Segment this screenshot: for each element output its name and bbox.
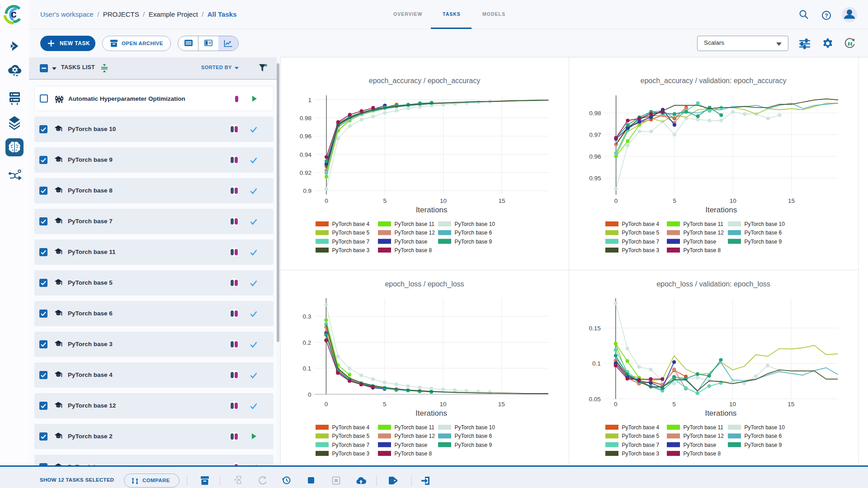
svg-text:epoch_accuracy / validation: e: epoch_accuracy / validation: epoch_accur… [641,77,787,85]
svg-text:PyTorch base 5: PyTorch base 5 [622,433,660,439]
svg-text:PyTorch base 11: PyTorch base 11 [684,221,724,227]
svg-text:15: 15 [498,401,505,408]
svg-text:0.2: 0.2 [303,339,311,346]
svg-text:PyTorch base 8: PyTorch base 8 [395,450,432,457]
svg-text:PyTorch base 7: PyTorch base 7 [622,239,660,245]
svg-text:15: 15 [788,401,794,408]
svg-text:10: 10 [439,401,446,408]
svg-text:5: 5 [672,401,676,408]
svg-text:Iterations: Iterations [705,409,736,418]
svg-text:0.92: 0.92 [300,169,311,176]
svg-text:PyTorch base 9: PyTorch base 9 [455,239,492,245]
svg-text:PyTorch base 4: PyTorch base 4 [332,221,370,227]
svg-text:PyTorch base 6: PyTorch base 6 [745,433,782,439]
svg-text:10: 10 [729,401,736,408]
svg-text:PyTorch base 7: PyTorch base 7 [332,442,370,448]
svg-text:0.1: 0.1 [303,365,311,372]
svg-text:PyTorch base 3: PyTorch base 3 [622,450,660,457]
svg-text:15: 15 [498,197,505,204]
svg-text:PyTorch base 5: PyTorch base 5 [622,230,660,236]
svg-text:0.95: 0.95 [589,175,601,182]
svg-text:PyTorch base 5: PyTorch base 5 [332,230,370,236]
svg-text:10: 10 [730,197,736,204]
svg-text:0.94: 0.94 [300,151,312,158]
svg-text:PyTorch base 3: PyTorch base 3 [622,247,660,253]
svg-text:PyTorch base 4: PyTorch base 4 [622,221,660,227]
svg-text:0.96: 0.96 [300,133,311,140]
svg-text:PyTorch base: PyTorch base [684,442,717,448]
svg-text:0.97: 0.97 [589,131,601,138]
svg-text:Iterations: Iterations [416,206,448,214]
svg-text:epoch_accuracy / epoch_accurac: epoch_accuracy / epoch_accuracy [369,77,480,85]
svg-text:0.98: 0.98 [300,115,311,122]
svg-text:PyTorch base 8: PyTorch base 8 [395,247,432,253]
svg-text:0.96: 0.96 [589,153,601,160]
svg-text:PyTorch base 12: PyTorch base 12 [395,433,435,439]
svg-text:0: 0 [614,197,618,204]
svg-text:0: 0 [614,401,618,408]
svg-text:PyTorch base 12: PyTorch base 12 [395,230,435,236]
svg-text:PyTorch base 12: PyTorch base 12 [684,230,724,236]
svg-text:0: 0 [325,401,328,408]
svg-text:0.05: 0.05 [589,396,601,403]
svg-text:PyTorch base 9: PyTorch base 9 [455,442,492,448]
svg-text:5: 5 [673,197,676,204]
svg-text:0.98: 0.98 [589,110,601,117]
svg-text:PyTorch base 6: PyTorch base 6 [745,230,782,236]
svg-text:epoch_loss / validation: epoch: epoch_loss / validation: epoch_loss [656,280,770,288]
svg-text:PyTorch base 4: PyTorch base 4 [622,424,660,431]
svg-text:PyTorch base: PyTorch base [395,239,428,245]
svg-text:0.1: 0.1 [592,360,601,367]
svg-text:PyTorch base 6: PyTorch base 6 [455,230,492,236]
svg-text:PyTorch base 11: PyTorch base 11 [684,424,724,431]
svg-text:PyTorch base 10: PyTorch base 10 [455,221,495,227]
svg-text:PyTorch base 3: PyTorch base 3 [332,247,370,253]
svg-text:PyTorch base: PyTorch base [684,239,717,245]
svg-text:PyTorch base 4: PyTorch base 4 [332,424,370,431]
svg-text:PyTorch base 7: PyTorch base 7 [332,239,370,245]
svg-text:PyTorch base 7: PyTorch base 7 [622,442,660,448]
svg-text:PyTorch base 8: PyTorch base 8 [684,450,721,457]
svg-text:PyTorch base 8: PyTorch base 8 [684,247,721,253]
svg-text:PyTorch base 10: PyTorch base 10 [455,424,495,431]
svg-text:0.15: 0.15 [589,325,601,332]
svg-text:PyTorch base 9: PyTorch base 9 [745,442,782,448]
svg-text:Iterations: Iterations [705,206,737,214]
svg-text:PyTorch base 9: PyTorch base 9 [745,239,782,245]
svg-text:PyTorch base 10: PyTorch base 10 [745,424,785,431]
svg-text:0: 0 [325,197,328,204]
svg-text:0: 0 [308,391,311,398]
svg-text:5: 5 [383,197,387,204]
svg-text:epoch_loss / epoch_loss: epoch_loss / epoch_loss [385,280,464,288]
svg-text:PyTorch base 6: PyTorch base 6 [455,433,492,439]
svg-text:0.3: 0.3 [303,313,311,320]
svg-text:PyTorch base 5: PyTorch base 5 [332,433,370,439]
svg-text:PyTorch base: PyTorch base [395,442,428,448]
svg-text:PyTorch base 11: PyTorch base 11 [395,221,435,227]
svg-text:?: ? [825,13,828,19]
svg-text:10: 10 [440,197,447,204]
svg-text:Iterations: Iterations [415,409,447,418]
svg-text:PyTorch base 12: PyTorch base 12 [684,433,724,439]
svg-text:PyTorch base 3: PyTorch base 3 [332,450,370,457]
svg-text:1: 1 [308,97,311,103]
svg-text:c: c [11,8,17,20]
svg-text:0.9: 0.9 [303,188,311,194]
svg-text:PyTorch base 11: PyTorch base 11 [395,424,435,431]
svg-text:15: 15 [788,197,795,204]
svg-text:PyTorch base 10: PyTorch base 10 [745,221,785,227]
svg-text:5: 5 [383,401,387,408]
